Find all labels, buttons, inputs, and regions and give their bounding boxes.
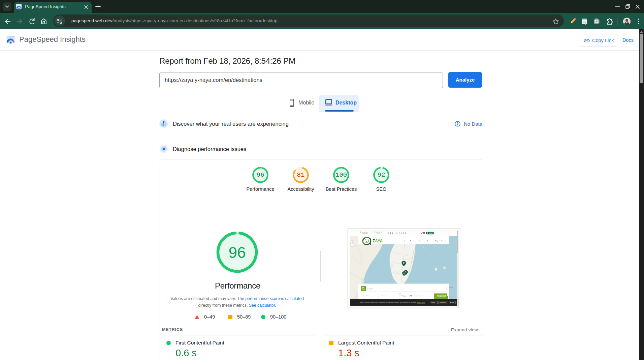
svg-text:REQUEST: REQUEST xyxy=(437,295,446,297)
svg-text:Your Name: Your Name xyxy=(363,295,370,297)
svg-text:We use cookies to enhance your: We use cookies to enhance your experienc… xyxy=(360,302,425,303)
svg-text:Blogs: Blogs xyxy=(435,240,439,242)
svg-text:Home: Home xyxy=(404,240,408,242)
svg-text:Date: Date xyxy=(398,293,401,294)
svg-text:|: | xyxy=(372,232,372,234)
svg-text:Preferences: Preferences xyxy=(440,302,447,303)
svg-text:z: z xyxy=(366,240,367,243)
svg-text:Contact: Contact xyxy=(441,240,446,242)
svg-text:Accept: Accept xyxy=(450,302,454,303)
svg-text:Search: Search xyxy=(369,288,373,290)
svg-text:+261 34 66: +261 34 66 xyxy=(376,232,382,233)
svg-text:naya.com: naya.com xyxy=(362,233,367,234)
svg-text:Destination: Destination xyxy=(417,295,424,297)
svg-text:Your email: Your email xyxy=(381,295,387,297)
svg-text:Login: Login xyxy=(429,232,433,234)
svg-text:ZAYA: ZAYA xyxy=(373,239,383,243)
svg-text:Decline: Decline xyxy=(431,302,435,303)
svg-text:contact@y-: contact@y- xyxy=(362,232,368,233)
svg-text:532 71: 532 71 xyxy=(377,233,380,234)
svg-text:Services: Services xyxy=(427,240,432,242)
svg-text:About us: About us xyxy=(410,240,416,242)
svg-text:Discover: Discover xyxy=(419,240,424,242)
svg-text:mm/dd/yyyy: mm/dd/yyyy xyxy=(398,295,407,297)
